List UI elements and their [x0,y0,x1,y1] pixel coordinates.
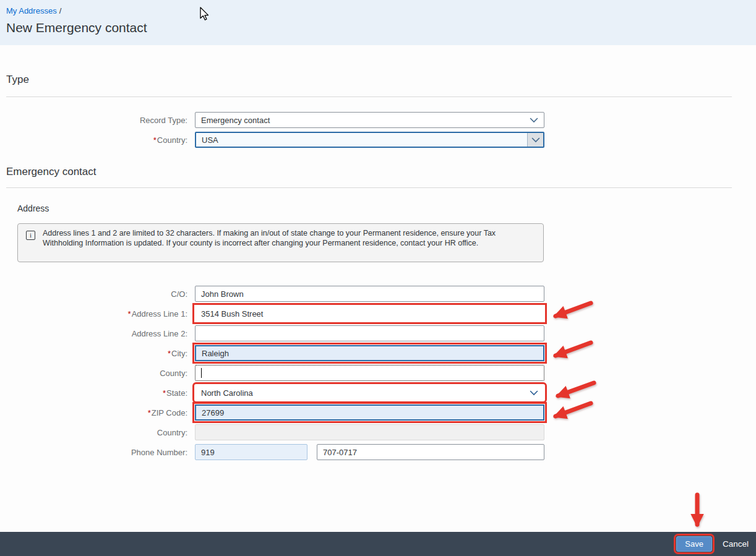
page: My Addresses/ New Emergency contact Type… [0,0,756,556]
country-row: *Country: USA [0,131,557,148]
type-section-divider [6,96,732,97]
arrow-annotation-zip [556,403,591,416]
arrow-annotation-address1 [556,303,591,316]
phone-label: Phone Number: [0,448,187,457]
phone-number-input[interactable] [317,444,544,460]
state-row: *State: North Carolina [0,384,557,401]
address1-input[interactable] [195,306,544,322]
country2-label: Country: [0,428,187,437]
chevron-down-icon [530,116,538,125]
required-asterisk: * [163,388,166,398]
phone-row: Phone Number: [0,443,557,461]
type-section-heading: Type [6,74,29,86]
address1-row: *Address Line 1: [0,305,557,322]
info-icon: i [26,231,35,240]
county-row: County: [0,364,557,382]
chevron-down-icon[interactable] [527,133,543,147]
address-info-message: i Address lines 1 and 2 are limited to 3… [17,223,544,262]
required-asterisk: * [168,349,171,358]
state-label: *State: [0,388,187,398]
text-cursor-caret [201,368,202,378]
breadcrumb-separator: / [59,6,62,15]
address2-label: Address Line 2: [0,329,187,338]
record-type-select[interactable]: Emergency contact [195,112,544,128]
cancel-button[interactable]: Cancel [723,539,749,549]
footer-toolbar: Save Cancel [0,532,756,556]
record-type-row: Record Type: Emergency contact [0,111,557,129]
address2-input[interactable] [195,325,544,341]
co-row: C/O: [0,285,557,302]
zip-row: *ZIP Code: [0,404,557,421]
address1-label: *Address Line 1: [0,309,187,319]
county-input[interactable] [195,365,544,381]
page-title: New Emergency contact [6,20,147,35]
city-row: *City: [0,344,557,362]
info-message-text: Address lines 1 and 2 are limited to 32 … [43,228,535,248]
city-label: *City: [0,349,187,358]
country-label: *Country: [0,135,187,145]
address-group-heading: Address [17,203,49,213]
country2-input-disabled [195,424,544,440]
required-asterisk: * [148,408,151,417]
emergency-section-heading: Emergency contact [6,166,97,178]
required-asterisk: * [153,135,157,145]
country-select[interactable]: USA [195,132,544,148]
arrow-annotation-state [558,383,594,396]
arrow-annotation-city [556,343,591,356]
annotation-overlay [0,0,756,556]
phone-area-code-input[interactable] [195,444,307,460]
required-asterisk: * [128,309,131,319]
chevron-down-icon [530,388,538,398]
breadcrumb-link-my-addresses[interactable]: My Addresses [6,6,57,15]
country2-row: Country: [0,424,557,441]
breadcrumb: My Addresses/ [6,6,61,15]
city-input[interactable] [195,345,544,361]
county-label: County: [0,369,187,378]
co-label: C/O: [0,289,187,299]
zip-input[interactable] [195,404,544,421]
record-type-label: Record Type: [0,116,187,125]
state-select[interactable]: North Carolina [195,385,544,401]
address2-row: Address Line 2: [0,325,557,342]
emergency-section-divider [6,187,732,188]
zip-label: *ZIP Code: [0,408,187,417]
save-button[interactable]: Save [676,536,712,552]
co-input[interactable] [195,286,544,302]
page-header: My Addresses/ New Emergency contact [0,0,756,45]
